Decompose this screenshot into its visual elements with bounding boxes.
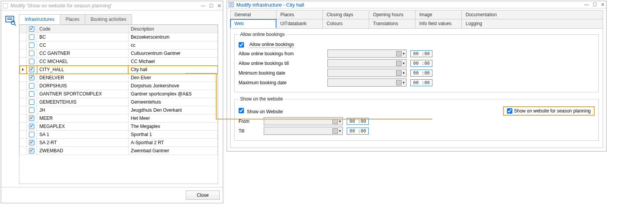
max-booking-time[interactable]: 00 :00 — [410, 79, 432, 86]
row-checkbox[interactable] — [29, 116, 34, 121]
row-checkbox[interactable] — [29, 140, 34, 145]
row-checkbox[interactable] — [29, 124, 34, 129]
tab-places-right[interactable]: Places — [276, 10, 323, 19]
table-row[interactable]: SA 1Sporthal 1 — [20, 131, 218, 139]
calendar-icon[interactable] — [396, 61, 402, 66]
chevron-down-icon[interactable]: ▾ — [403, 80, 405, 85]
table-row[interactable]: CC MICHAELCC Michael — [20, 58, 218, 66]
table-row[interactable]: DORPSHUISDorpshuis Jonkershove — [20, 82, 218, 90]
cell-description: A-Sporthal 2 RT — [128, 139, 217, 147]
table-row[interactable]: MEERHet Meer — [20, 114, 218, 123]
row-checkbox[interactable] — [29, 107, 34, 113]
show-season-planning-label: Show on website for season planning — [514, 108, 591, 114]
table-row[interactable]: SA 2-RTA-Sporthal 2 RT — [20, 139, 218, 147]
right-body: General Places Closing days Opening hour… — [227, 9, 606, 151]
header-code[interactable]: Code — [37, 25, 129, 33]
show-till-date[interactable]: ▾ — [264, 127, 343, 135]
chevron-down-icon[interactable]: ▾ — [339, 129, 341, 133]
allow-online-bookings-label: Allow online bookings — [249, 42, 294, 48]
max-booking-date[interactable]: ▾ — [327, 78, 407, 87]
calendar-icon[interactable] — [396, 51, 402, 56]
table-row[interactable]: BCBezoekerscentrum — [20, 33, 218, 41]
tab-info-field-values[interactable]: Info field values — [415, 19, 462, 28]
table-row[interactable]: DENELVERDen Elver — [20, 74, 218, 82]
row-checkbox[interactable] — [29, 75, 34, 80]
row-checkbox-cell — [27, 33, 37, 41]
allow-till-time[interactable]: 00 :00 — [410, 60, 432, 67]
maximize-button[interactable]: ☐ — [593, 2, 597, 7]
chevron-down-icon[interactable]: ▾ — [403, 61, 405, 65]
tab-colours[interactable]: Colours — [323, 19, 369, 28]
window-controls-right: — ☐ ✕ — [584, 2, 605, 7]
row-checkbox[interactable] — [29, 59, 34, 64]
allow-online-bookings-group: Allow online bookings Allow online booki… — [234, 32, 599, 92]
show-from-date[interactable]: ▾ — [264, 117, 343, 125]
table-row[interactable]: CC GANTNERCultuurcentrum Gantner — [20, 49, 218, 58]
row-checkbox[interactable] — [29, 67, 34, 72]
table-row[interactable]: JHJeugdhuis Den Overkant — [20, 106, 218, 114]
maximize-button[interactable]: ☐ — [209, 3, 214, 9]
web-panel: Allow online bookings Allow online booki… — [230, 29, 603, 148]
allow-online-bookings-checkbox[interactable] — [239, 42, 244, 48]
show-from-time[interactable]: 00 :00 — [347, 118, 369, 125]
tab-web[interactable]: Web — [230, 19, 276, 28]
row-checkbox[interactable] — [29, 83, 34, 89]
tab-image[interactable]: Image — [415, 10, 462, 19]
allow-from-time[interactable]: 00 :00 — [410, 50, 432, 57]
min-booking-date[interactable]: ▾ — [327, 69, 407, 77]
show-legend: Show on the website — [239, 96, 285, 102]
show-on-website-checkbox[interactable] — [239, 108, 244, 113]
tab-general[interactable]: General — [230, 10, 276, 19]
tab-places[interactable]: Places — [60, 14, 85, 24]
show-till-time[interactable]: 00 :00 — [347, 128, 369, 135]
row-checkbox[interactable] — [29, 91, 34, 97]
allow-till-label: Allow online bookings till — [239, 61, 324, 66]
calendar-icon[interactable] — [332, 119, 338, 124]
close-button-footer[interactable]: Close — [186, 191, 220, 200]
row-handle — [20, 114, 27, 123]
table-row[interactable]: GEMEENTEHUISGemeentehuis — [20, 98, 218, 106]
row-checkbox[interactable] — [29, 34, 34, 40]
tab-opening-hours[interactable]: Opening hours — [369, 10, 415, 19]
tab-booking-activities[interactable]: Booking activities — [85, 14, 132, 24]
tab-uitdatabank[interactable]: UiTdatabank — [276, 19, 323, 28]
row-handle — [20, 41, 27, 49]
allow-till-date[interactable]: ▾ — [327, 59, 407, 67]
tab-logging[interactable]: Logging — [462, 19, 603, 28]
chevron-down-icon[interactable]: ▾ — [403, 51, 405, 56]
chevron-down-icon[interactable]: ▾ — [339, 119, 341, 123]
calendar-icon[interactable] — [396, 80, 402, 85]
table-row[interactable]: GANTNER SPORTCOMPLEXGantner sportcomplex… — [20, 90, 218, 98]
calendar-icon[interactable] — [396, 70, 402, 76]
minimize-button[interactable]: — — [584, 2, 589, 7]
row-checkbox[interactable] — [29, 99, 34, 105]
row-checkbox[interactable] — [29, 132, 34, 137]
left-window: Modify 'Show on website for season plann… — [1, 1, 223, 203]
allow-from-date[interactable]: ▾ — [327, 49, 407, 58]
table-row[interactable]: CITY_HALLCity hall — [20, 66, 218, 74]
row-checkbox-cell — [27, 123, 37, 131]
tab-closing-days[interactable]: Closing days — [323, 10, 369, 19]
tab-documentation[interactable]: Documentation — [462, 10, 603, 19]
calendar-icon[interactable] — [332, 128, 338, 134]
row-handle — [20, 58, 27, 66]
table-row[interactable]: MEGAPLEXThe Megaplex — [20, 123, 218, 131]
close-button[interactable]: ✕ — [601, 2, 605, 7]
row-checkbox[interactable] — [29, 51, 34, 56]
row-handle — [20, 123, 27, 131]
show-season-planning-checkbox[interactable] — [507, 108, 512, 114]
tab-infrastructures[interactable]: Infrastructures — [19, 14, 60, 24]
min-booking-time[interactable]: 00 :00 — [410, 70, 432, 77]
close-button[interactable]: ✕ — [217, 3, 221, 9]
cell-description: Sporthal 1 — [128, 131, 217, 139]
row-checkbox[interactable] — [29, 148, 34, 153]
minimize-button[interactable]: — — [201, 3, 205, 9]
checkbox-header[interactable] — [27, 25, 37, 33]
chevron-down-icon[interactable]: ▾ — [403, 71, 405, 75]
grid-wrap: Code Description BCBezoekerscentrumCCccC… — [19, 24, 218, 184]
table-row[interactable]: CCcc — [20, 41, 218, 49]
header-description[interactable]: Description — [128, 25, 217, 33]
table-row[interactable]: ZWEMBADZwembad Gantner — [20, 147, 218, 155]
tab-translations[interactable]: Translations — [369, 19, 415, 28]
row-checkbox[interactable] — [29, 43, 34, 48]
